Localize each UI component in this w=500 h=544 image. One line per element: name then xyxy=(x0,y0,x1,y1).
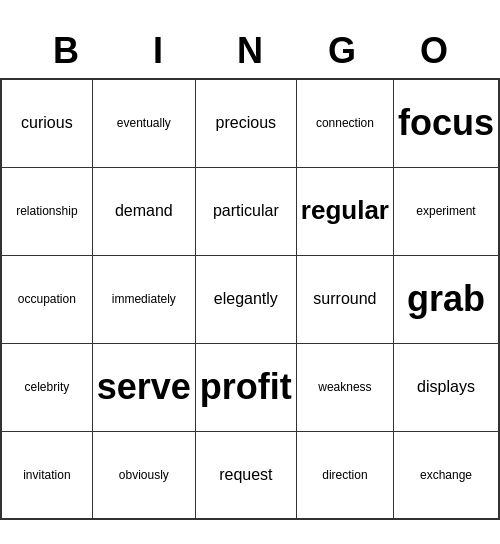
bingo-cell: weakness xyxy=(296,343,393,431)
bingo-cell: particular xyxy=(195,167,296,255)
cell-word: profit xyxy=(200,365,292,408)
bingo-cell: eventually xyxy=(92,79,195,167)
bingo-cell: elegantly xyxy=(195,255,296,343)
cell-word: focus xyxy=(398,101,494,144)
table-row: celebrityserveprofitweaknessdisplays xyxy=(1,343,499,431)
cell-word: relationship xyxy=(6,204,88,218)
bingo-cell: precious xyxy=(195,79,296,167)
bingo-grid: curiouseventuallypreciousconnectionfocus… xyxy=(0,78,500,520)
bingo-cell: curious xyxy=(1,79,92,167)
bingo-cell: profit xyxy=(195,343,296,431)
cell-word: celebrity xyxy=(6,380,88,394)
cell-word: immediately xyxy=(97,292,191,306)
bingo-cell: immediately xyxy=(92,255,195,343)
bingo-cell: relationship xyxy=(1,167,92,255)
header-letter: B xyxy=(20,24,112,78)
cell-word: precious xyxy=(200,113,292,132)
header-letter: I xyxy=(112,24,204,78)
table-row: relationshipdemandparticularregularexper… xyxy=(1,167,499,255)
bingo-cell: invitation xyxy=(1,431,92,519)
cell-word: weakness xyxy=(301,380,389,394)
header-letter: G xyxy=(296,24,388,78)
header-letter: O xyxy=(388,24,480,78)
cell-word: elegantly xyxy=(200,289,292,308)
bingo-cell: occupation xyxy=(1,255,92,343)
bingo-cell: regular xyxy=(296,167,393,255)
bingo-cell: direction xyxy=(296,431,393,519)
cell-word: regular xyxy=(301,195,389,226)
bingo-cell: obviously xyxy=(92,431,195,519)
cell-word: eventually xyxy=(97,116,191,130)
bingo-header: BINGO xyxy=(20,24,480,78)
cell-word: request xyxy=(200,465,292,484)
cell-word: experiment xyxy=(398,204,494,218)
cell-word: invitation xyxy=(6,468,88,482)
bingo-cell: displays xyxy=(393,343,499,431)
bingo-cell: experiment xyxy=(393,167,499,255)
bingo-cell: connection xyxy=(296,79,393,167)
cell-word: grab xyxy=(398,277,494,320)
bingo-cell: exchange xyxy=(393,431,499,519)
bingo-cell: request xyxy=(195,431,296,519)
table-row: curiouseventuallypreciousconnectionfocus xyxy=(1,79,499,167)
cell-word: displays xyxy=(398,377,494,396)
cell-word: connection xyxy=(301,116,389,130)
cell-word: demand xyxy=(97,201,191,220)
cell-word: direction xyxy=(301,468,389,482)
bingo-cell: grab xyxy=(393,255,499,343)
cell-word: occupation xyxy=(6,292,88,306)
table-row: invitationobviouslyrequestdirectionexcha… xyxy=(1,431,499,519)
cell-word: surround xyxy=(301,289,389,308)
table-row: occupationimmediatelyelegantlysurroundgr… xyxy=(1,255,499,343)
cell-word: serve xyxy=(97,365,191,408)
bingo-cell: serve xyxy=(92,343,195,431)
bingo-cell: celebrity xyxy=(1,343,92,431)
cell-word: curious xyxy=(6,113,88,132)
cell-word: obviously xyxy=(97,468,191,482)
bingo-cell: surround xyxy=(296,255,393,343)
header-letter: N xyxy=(204,24,296,78)
cell-word: particular xyxy=(200,201,292,220)
cell-word: exchange xyxy=(398,468,494,482)
bingo-cell: demand xyxy=(92,167,195,255)
bingo-cell: focus xyxy=(393,79,499,167)
